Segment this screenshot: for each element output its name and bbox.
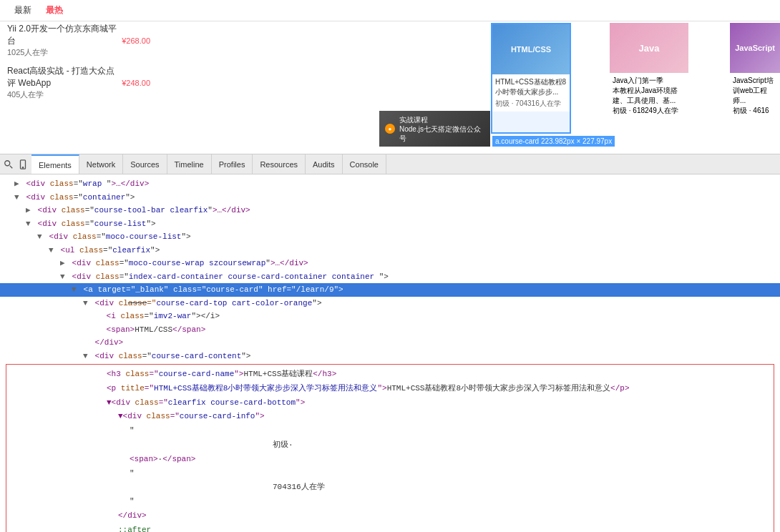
tab-network[interactable]: Network [79, 154, 123, 174]
live-title: Node.js七天搭定微信公众号 [399, 124, 484, 143]
hcard-body: HTML+CSS基础教程8小时带领大家步步... 初级 · 704316人在学 [492, 74, 570, 112]
panel-line: " [12, 424, 768, 438]
panel-line: <h3 class="course-card-name">HTML+CSS基础课… [12, 368, 768, 382]
live-text: 实战课程 Node.js七天搭定微信公众号 [399, 115, 484, 143]
preview-area: 最新 最热 Yii 2.0开发一个仿京东商城平台 1025人在学 ¥268.00… [0, 0, 780, 154]
dom-row[interactable]: ▼ <div class="container"> [0, 191, 780, 205]
expand-arrow[interactable]: ▼ [26, 218, 33, 230]
expanded-code-panel: <h3 class="course-card-name">HTML+CSS基础课… [6, 364, 774, 532]
tab-audits[interactable]: Audits [306, 154, 343, 174]
dom-row[interactable]: ▼ <div classe="course-card-top cart-colo… [0, 297, 780, 310]
panel-line: <p title="HTML+CSS基础教程8小时带领大家步步深入学习标签用法和… [12, 382, 768, 396]
panel-line: ▼<div class="course-card-info"> [12, 410, 768, 424]
tab-sources[interactable]: Sources [123, 154, 167, 174]
dom-row[interactable]: <i class="imv2-war"></i> [0, 310, 780, 323]
expand-arrow[interactable]: ▶ [26, 205, 33, 217]
dom-row[interactable]: ▶ <div class="wrap ">…</div> [0, 177, 780, 191]
live-dot: ● [385, 124, 395, 134]
dom-row[interactable]: ▶ <div class="course-tool-bar clearfix">… [0, 204, 780, 217]
left-cards: Yii 2.0开发一个仿京东商城平台 1025人在学 ¥268.00 React… [7, 21, 150, 102]
dom-row[interactable]: ▼ <div class="course-card-content"> [0, 350, 780, 363]
tab-timeline[interactable]: Timeline [167, 154, 212, 174]
card-dimension-label: a.course-card 223.982px × 227.97px [492, 136, 615, 147]
js-card[interactable]: JavaScript JavaScript培训web工程师... 初级 · 46… [730, 23, 780, 119]
java-card-title: Java入门第一季 [613, 76, 686, 86]
dom-row[interactable]: <span>HTML/CSS</span> [0, 323, 780, 337]
java-card-level: 初级 · 618249人在学 [613, 106, 686, 116]
expand-arrow[interactable]: ▼ [37, 231, 44, 243]
card-title-2: React高级实战 - 打造大众点评 WebApp [7, 65, 122, 89]
java-img-text: Java [639, 43, 660, 54]
live-banner: ● 实战课程 Node.js七天搭定微信公众号 [379, 111, 490, 147]
panel-line: 初级· [12, 438, 768, 453]
panel-line: ▼<div class="clearfix course-card-bottom… [12, 396, 768, 410]
panel-line: </div> [12, 509, 768, 523]
mobile-emulation-icon[interactable] [17, 159, 29, 170]
dom-tree[interactable]: ▶ <div class="wrap ">…</div> ▼ <div clas… [0, 174, 780, 532]
tab-elements[interactable]: Elements [31, 154, 79, 174]
panel-line: " [12, 467, 768, 481]
hcard-image: HTML/CSS [492, 24, 570, 74]
dom-row[interactable]: ▼ <div class="moco-course-list"> [0, 230, 780, 244]
card-price-2: ¥248.00 [122, 79, 150, 87]
expand-arrow[interactable]: ▼ [14, 192, 21, 204]
java-card-desc: 本教程从Java环境搭建、工具使用、基... [613, 86, 686, 106]
search-icon[interactable] [3, 159, 14, 170]
tab-hottest[interactable]: 最热 [46, 4, 63, 16]
tab-console[interactable]: Console [343, 154, 386, 174]
java-card[interactable]: Java Java入门第一季 本教程从Java环境搭建、工具使用、基... 初级… [610, 23, 688, 119]
expand-arrow[interactable]: ▼ [60, 271, 67, 283]
dom-row[interactable]: ▼ <div class="index-card-container cours… [0, 270, 780, 284]
panel-line: 704316人在学 [12, 481, 768, 495]
expand-arrow[interactable]: ▼ [72, 284, 79, 296]
expand-arrow[interactable]: ▶ [14, 178, 21, 190]
svg-point-3 [22, 167, 23, 167]
list-item[interactable]: React高级实战 - 打造大众点评 WebApp 405人在学 ¥248.00 [7, 64, 150, 102]
course-tab-bar: 最新 最热 [0, 0, 780, 21]
svg-point-0 [5, 160, 10, 165]
tab-profiles[interactable]: Profiles [212, 154, 253, 174]
dom-row[interactable]: ▼ <div class="course-list"> [0, 217, 780, 231]
highlighted-card: HTML/CSS HTML+CSS基础教程8小时带领大家步步... 初级 · 7… [491, 23, 571, 134]
expand-arrow[interactable]: ▶ [60, 257, 67, 270]
card-title-1: Yii 2.0开发一个仿京东商城平台 [7, 23, 122, 47]
hcard-body-text: HTML+CSS基础教程8小时带领大家步步... [495, 77, 567, 97]
panel-line: " [12, 495, 768, 509]
js-img-text: JavaScript [735, 44, 775, 52]
svg-line-1 [10, 165, 13, 168]
hcard-level: 初级 · 704316人在学 [495, 99, 567, 109]
dom-row[interactable]: ▼ <ul class="clearfix"> [0, 244, 780, 257]
panel-line: ::after [12, 523, 768, 532]
tab-newest[interactable]: 最新 [14, 4, 31, 16]
java-card-image: Java [610, 23, 688, 73]
list-item[interactable]: Yii 2.0开发一个仿京东商城平台 1025人在学 ¥268.00 [7, 21, 150, 59]
dom-row[interactable]: </div> [0, 336, 780, 350]
devtools-panel: Elements Network Sources Timeline Profil… [0, 154, 780, 532]
js-card-image: JavaScript [730, 23, 780, 73]
js-card-level: 初级 · 4616 [733, 106, 777, 116]
dom-row-selected[interactable]: ▼ <a target="_blank" class="course-card"… [0, 283, 780, 297]
card-students-2: 405人在学 [7, 89, 122, 100]
tab-resources[interactable]: Resources [253, 154, 306, 174]
expand-arrow[interactable]: ▼ [83, 297, 90, 310]
js-card-body: JavaScript培训web工程师... 初级 · 4616 [730, 73, 780, 119]
panel-line: <span>·</span> [12, 453, 768, 467]
live-badge: 实战课程 [399, 115, 484, 124]
card-price-1: ¥268.00 [122, 36, 150, 45]
java-card-body: Java入门第一季 本教程从Java环境搭建、工具使用、基... 初级 · 61… [610, 73, 688, 119]
devtools-tabs: Elements Network Sources Timeline Profil… [0, 154, 780, 174]
dom-row[interactable]: ▶ <div class="moco-course-wrap szcoursew… [0, 257, 780, 270]
js-card-desc: JavaScript培训web工程师... [733, 76, 777, 106]
card-students-1: 1025人在学 [7, 47, 122, 58]
expand-arrow[interactable]: ▼ [49, 245, 56, 257]
expand-arrow[interactable]: ▼ [83, 350, 90, 363]
hcard-img-text: HTML/CSS [511, 45, 551, 54]
